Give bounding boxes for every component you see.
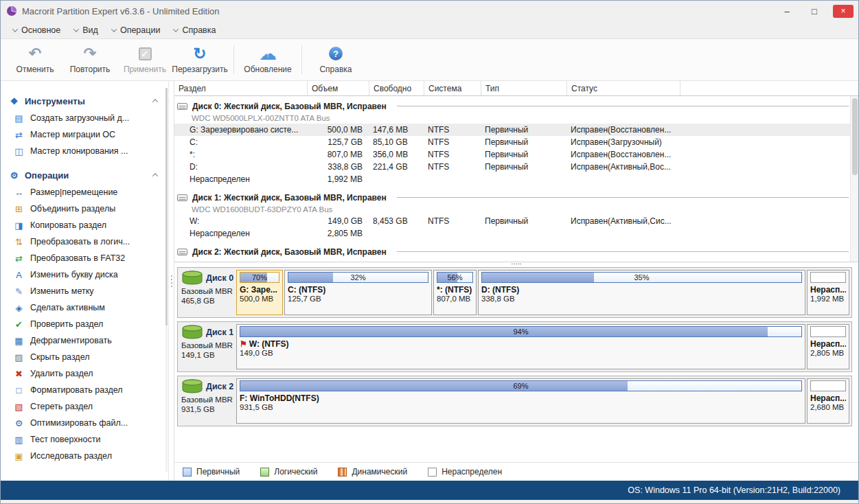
sidebar-item-resize-move[interactable]: ↔ Размер|перемещение — [9, 184, 168, 201]
legend-unallocated: Нераспределен — [428, 467, 502, 477]
disk0-group-header[interactable]: Диск 0: Жесткий диск, Базовый MBR, Испра… — [174, 100, 858, 113]
table-scrollbar-thumb[interactable] — [852, 98, 858, 175]
group-rule — [397, 251, 849, 252]
column-header-filesystem[interactable]: Система — [424, 81, 481, 95]
maximize-icon: □ — [812, 6, 817, 16]
sidebar-item-change-drive-letter[interactable]: A Изменить букву диска — [9, 266, 168, 283]
disk2-info[interactable]: Диск 2 Базовый MBR 931,5 GB — [180, 378, 236, 424]
column-header-type[interactable]: Тип — [481, 81, 567, 95]
partition-label: G: Заре... — [240, 285, 279, 295]
menu-item-main[interactable]: Основное — [6, 21, 67, 38]
unallocated-block[interactable]: Нерасп... 1,992 MB — [807, 270, 849, 315]
row-disk0-d[interactable]: D: 338,8 GB 221,4 GB NTFS Первичный Испр… — [174, 161, 858, 173]
sidebar-scrollbar[interactable] — [165, 88, 168, 472]
apply-check-icon: ✓ — [139, 45, 152, 62]
sidebar-item-format-partition[interactable]: □ Форматировать раздел — [9, 382, 168, 398]
unallocated-block[interactable]: Нерасп... 2,680 MB — [807, 378, 849, 424]
cell-filesystem: NTFS — [424, 216, 481, 226]
sidebar-section-header-operations[interactable]: ⚙ Операции — [9, 166, 168, 184]
primary-swatch — [183, 468, 192, 477]
apply-button[interactable]: ✓ Применить — [117, 41, 172, 78]
partition-size: 2,680 MB — [810, 403, 846, 411]
sidebar-item-wipe-partition[interactable]: ▧ Стереть раздел — [9, 398, 168, 415]
sidebar-item-optimize-files[interactable]: ⚙ Оптимизировать файл... — [9, 415, 168, 431]
column-header-partition[interactable]: Раздел — [174, 81, 308, 95]
toolbar-label: Применить — [124, 65, 166, 74]
sidebar-item-change-label[interactable]: ✎ Изменить метку — [9, 283, 168, 299]
cell-free: 8,453 GB — [369, 216, 424, 226]
menu-item-operations[interactable]: Операции — [105, 21, 167, 38]
sidebar-item-defragment[interactable]: ▦ Дефрагментировать — [9, 332, 168, 349]
cell-partition: G: Зарезервировано систе... — [174, 125, 308, 135]
row-disk0-c[interactable]: C: 125,7 GB 85,10 GB NTFS Первичный Испр… — [174, 136, 858, 148]
sidebar-item-delete-partition[interactable]: ✖ Удалить раздел — [9, 365, 168, 382]
sidebar-item-os-migration-wizard[interactable]: ⇄ Мастер миграции ОС — [9, 126, 168, 143]
maximize-button[interactable]: □ — [801, 1, 828, 21]
menu-item-view[interactable]: Вид — [67, 21, 105, 38]
sidebar-scrollbar-thumb[interactable] — [165, 88, 168, 325]
sidebar-item-clone-wizard[interactable]: ◫ Мастер клонирования ... — [9, 143, 168, 159]
menu-label: Справка — [182, 25, 216, 35]
update-button[interactable]: ☁ ↑ Обновление — [240, 41, 295, 78]
unallocated-block[interactable]: Нерасп... 2,805 MB — [807, 324, 849, 369]
sidebar-item-label: Изменить букву диска — [30, 270, 118, 279]
partition-label: D: (NTFS) — [481, 285, 802, 295]
partition-block-d[interactable]: 35% D: (NTFS) 338,8 GB — [478, 270, 805, 315]
usage-percent: 69% — [240, 381, 801, 391]
partition-block-c[interactable]: 32% C: (NTFS) 125,7 GB — [284, 270, 432, 315]
row-disk0-g[interactable]: G: Зарезервировано систе... 500,0 MB 147… — [174, 124, 858, 136]
sidebar-item-merge-partitions[interactable]: ⊞ Объединить разделы — [9, 201, 168, 217]
disk-icon — [177, 194, 187, 201]
sidebar-splitter[interactable] — [168, 81, 174, 481]
redo-button[interactable]: ↷ Повторить — [62, 41, 117, 78]
partition-block-f[interactable]: 69% F: WinToHDD(NTFS) 931,5 GB — [236, 378, 805, 424]
partition-block-g[interactable]: 70% G: Заре... 500,0 MB — [236, 270, 283, 315]
cell-free: 147,6 MB — [369, 125, 424, 135]
sidebar-item-convert-to-logical[interactable]: ⇅ Преобразовать в логич... — [9, 233, 168, 250]
disk1-info[interactable]: Диск 1 Базовый MBR 149,1 GB — [180, 324, 236, 369]
sidebar-item-set-active[interactable]: ◈ Сделать активным — [9, 299, 168, 316]
sidebar-item-check-partition[interactable]: ✔ Проверить раздел — [9, 316, 168, 332]
toolbar-label: Справка — [319, 65, 352, 74]
usage-percent: 56% — [437, 273, 472, 282]
toolbar: ↶ Отменить ↷ Повторить ✓ Применить ↻ Пер… — [1, 39, 858, 81]
partition-block-star[interactable]: 56% *: (NTFS) 807,0 MB — [433, 270, 477, 315]
partition-size: 807,0 MB — [437, 295, 473, 303]
sidebar-item-label: Размер|перемещение — [30, 187, 117, 197]
column-header-free[interactable]: Свободно — [369, 81, 424, 95]
table-scrollbar[interactable] — [850, 96, 858, 262]
minimize-button[interactable]: – — [773, 1, 801, 21]
row-disk1-w[interactable]: W: 149,0 GB 8,453 GB NTFS Первичный Испр… — [174, 215, 858, 227]
help-button[interactable]: ? Справка — [308, 41, 363, 78]
usage-bar: 56% — [437, 272, 473, 283]
sidebar-item-hide-partition[interactable]: ▨ Скрыть раздел — [9, 349, 168, 365]
disk1-panel: Диск 1 Базовый MBR 149,1 GB 94% ⚑ — [177, 321, 852, 372]
sidebar-item-explore-partition[interactable]: ▣ Исследовать раздел — [9, 448, 168, 464]
column-header-size[interactable]: Объем — [308, 81, 369, 95]
sidebar-item-create-bootable-media[interactable]: ▤ Создать загрузочный д... — [9, 110, 168, 126]
menu-bar: Основное Вид Операции Справка — [1, 21, 858, 39]
usage-bar — [810, 380, 846, 391]
disk-size: 149,1 GB — [181, 351, 235, 359]
undo-button[interactable]: ↶ Отменить — [8, 41, 62, 78]
system-flag-icon: ⚑ — [240, 340, 247, 348]
disk0-info[interactable]: Диск 0 Базовый MBR 465,8 GB — [180, 270, 236, 315]
row-disk0-star[interactable]: *: 807,0 MB 356,0 MB NTFS Первичный Испр… — [174, 148, 858, 161]
disk-icon — [177, 249, 187, 255]
column-header-status[interactable]: Статус — [567, 81, 680, 95]
row-disk0-unallocated[interactable]: Нераспределен 1,992 MB — [174, 173, 858, 185]
cloud-update-icon: ☁ ↑ — [258, 45, 277, 62]
sidebar-item-convert-to-fat32[interactable]: ⇄ Преобразовать в FAT32 — [9, 250, 168, 266]
row-disk1-unallocated[interactable]: Нераспределен 2,805 MB — [174, 227, 858, 240]
disk2-group-header[interactable]: Диск 2: Жесткий диск, Базовый MBR, Испра… — [174, 245, 858, 258]
sidebar-item-surface-test[interactable]: ▥ Тест поверхности — [9, 431, 168, 448]
surface-test-icon: ▥ — [14, 435, 24, 445]
close-button[interactable]: × — [828, 1, 858, 21]
sidebar-item-copy-partition[interactable]: ◨ Копировать раздел — [9, 217, 168, 233]
reload-button[interactable]: ↻ Перезагрузить — [172, 41, 227, 78]
sidebar-item-label: Преобразовать в FAT32 — [30, 253, 125, 263]
menu-item-help[interactable]: Справка — [167, 21, 222, 38]
disk1-group-header[interactable]: Диск 1: Жесткий диск, Базовый MBR, Испра… — [174, 191, 858, 204]
partition-block-w[interactable]: 94% ⚑ W: (NTFS) 149,0 GB — [236, 324, 805, 369]
sidebar-section-header-tools[interactable]: ❖ Инструменты — [9, 92, 168, 110]
